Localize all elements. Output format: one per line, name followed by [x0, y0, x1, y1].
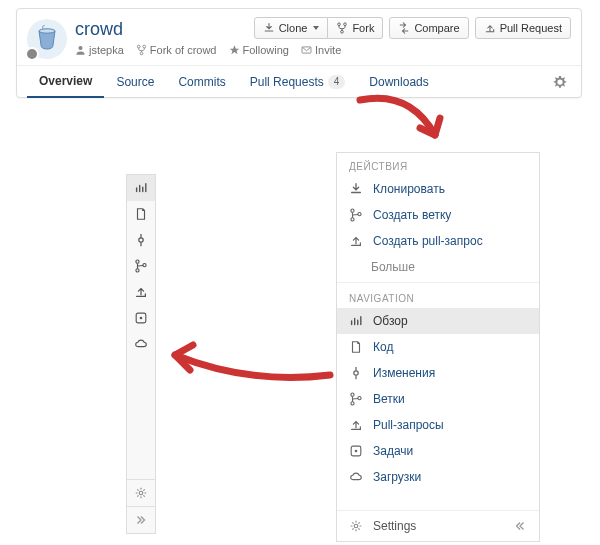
- sidebar-changes[interactable]: [127, 227, 155, 253]
- svg-point-12: [136, 269, 139, 272]
- avatar-badge: [25, 47, 39, 61]
- sidebar-code[interactable]: [127, 201, 155, 227]
- panel-clone[interactable]: Клонировать: [337, 176, 539, 202]
- issue-icon: [349, 444, 363, 458]
- annotation-arrow-left: [160, 330, 340, 390]
- svg-point-0: [39, 29, 55, 33]
- repo-header-card: crowd jstepka Fork of crowd Following In…: [16, 8, 582, 98]
- gear-icon: [349, 519, 363, 533]
- repo-owner[interactable]: jstepka: [75, 44, 124, 56]
- panel-overview-label: Обзор: [373, 314, 408, 328]
- svg-point-19: [354, 371, 358, 375]
- pull-request-label: Pull Request: [500, 22, 562, 34]
- svg-point-14: [140, 317, 143, 320]
- compare-icon: [398, 22, 410, 34]
- svg-point-10: [136, 260, 139, 263]
- tab-source[interactable]: Source: [104, 67, 166, 97]
- fork-button[interactable]: Fork: [328, 17, 383, 39]
- chevron-left-double-icon: [513, 519, 527, 533]
- settings-gear-button[interactable]: [549, 67, 571, 97]
- fork-of[interactable]: Fork of crowd: [136, 44, 217, 56]
- pull-request-icon: [484, 22, 496, 34]
- clone-label: Clone: [279, 22, 308, 34]
- cloud-icon: [134, 337, 148, 351]
- branch-icon: [134, 259, 148, 273]
- gear-icon: [134, 486, 148, 500]
- panel-create-branch-label: Создать ветку: [373, 208, 451, 222]
- commit-icon: [349, 366, 363, 380]
- panel-branches[interactable]: Ветки: [337, 386, 539, 412]
- svg-point-3: [143, 45, 146, 48]
- expanded-sidebar-panel: ДЕЙСТВИЯ Клонировать Создать ветку Созда…: [336, 152, 540, 542]
- compare-button[interactable]: Compare: [389, 17, 468, 39]
- bucket-icon: [35, 25, 59, 53]
- svg-point-1: [78, 46, 82, 50]
- svg-point-21: [358, 397, 361, 400]
- tab-pull-requests-label: Pull Requests: [250, 75, 324, 89]
- panel-downloads[interactable]: Загрузки: [337, 464, 539, 490]
- panel-downloads-label: Загрузки: [373, 470, 421, 484]
- panel-code-label: Код: [373, 340, 393, 354]
- panel-more[interactable]: Больше: [337, 254, 539, 280]
- panel-pull-requests[interactable]: Pull-запросы: [337, 412, 539, 438]
- panel-branches-label: Ветки: [373, 392, 405, 406]
- user-icon: [75, 45, 86, 56]
- invite[interactable]: Invite: [301, 44, 341, 56]
- panel-changes-label: Изменения: [373, 366, 435, 380]
- download-icon: [263, 22, 275, 34]
- sidebar-settings[interactable]: [127, 480, 155, 506]
- panel-collapse-button[interactable]: [513, 519, 527, 533]
- section-nav-title: NAVIGATION: [337, 285, 539, 308]
- panel-settings-label[interactable]: Settings: [373, 519, 416, 533]
- tab-overview[interactable]: Overview: [27, 66, 104, 98]
- repo-avatar[interactable]: [27, 19, 67, 59]
- tab-pull-requests[interactable]: Pull Requests 4: [238, 67, 358, 97]
- pull-request-button[interactable]: Pull Request: [475, 17, 571, 39]
- panel-create-pr[interactable]: Создать pull-запрос: [337, 228, 539, 254]
- fork-label: Fork: [352, 22, 374, 34]
- svg-point-11: [143, 264, 146, 267]
- panel-pull-requests-label: Pull-запросы: [373, 418, 444, 432]
- following-label: Following: [243, 44, 289, 56]
- panel-footer: Settings: [337, 510, 539, 541]
- tab-pull-requests-count: 4: [328, 75, 346, 89]
- gear-icon: [553, 75, 567, 89]
- sidebar-overview[interactable]: [127, 175, 155, 201]
- invite-label: Invite: [315, 44, 341, 56]
- tab-downloads[interactable]: Downloads: [357, 67, 440, 97]
- sidebar-downloads[interactable]: [127, 331, 155, 357]
- svg-point-8: [341, 30, 344, 33]
- sidebar-pull-requests[interactable]: [127, 279, 155, 305]
- fork-icon: [136, 45, 147, 56]
- section-actions-title: ДЕЙСТВИЯ: [337, 153, 539, 176]
- panel-overview[interactable]: Обзор: [337, 308, 539, 334]
- upload-icon: [134, 285, 148, 299]
- issue-icon: [134, 311, 148, 325]
- svg-point-24: [355, 450, 358, 453]
- panel-issues[interactable]: Задачи: [337, 438, 539, 464]
- sidebar-expand[interactable]: [127, 507, 155, 533]
- following[interactable]: Following: [229, 44, 289, 56]
- collapsed-sidebar: [126, 174, 156, 534]
- tab-row: Overview Source Commits Pull Requests 4 …: [17, 65, 581, 97]
- caret-down-icon: [313, 26, 319, 30]
- panel-changes[interactable]: Изменения: [337, 360, 539, 386]
- sidebar-issues[interactable]: [127, 305, 155, 331]
- svg-point-6: [338, 23, 341, 26]
- repo-owner-label: jstepka: [89, 44, 124, 56]
- branch-icon: [349, 208, 363, 222]
- svg-point-20: [351, 393, 354, 396]
- panel-create-pr-label: Создать pull-запрос: [373, 234, 483, 248]
- cloud-icon: [349, 470, 363, 484]
- fork-icon: [336, 22, 348, 34]
- sidebar-branches[interactable]: [127, 253, 155, 279]
- svg-point-4: [140, 52, 143, 55]
- tab-commits[interactable]: Commits: [166, 67, 237, 97]
- svg-point-25: [354, 524, 358, 528]
- clone-button[interactable]: Clone: [254, 17, 329, 39]
- panel-code[interactable]: Код: [337, 334, 539, 360]
- chevron-right-double-icon: [134, 513, 148, 527]
- pull-request-icon: [349, 234, 363, 248]
- svg-point-16: [351, 209, 354, 212]
- panel-create-branch[interactable]: Создать ветку: [337, 202, 539, 228]
